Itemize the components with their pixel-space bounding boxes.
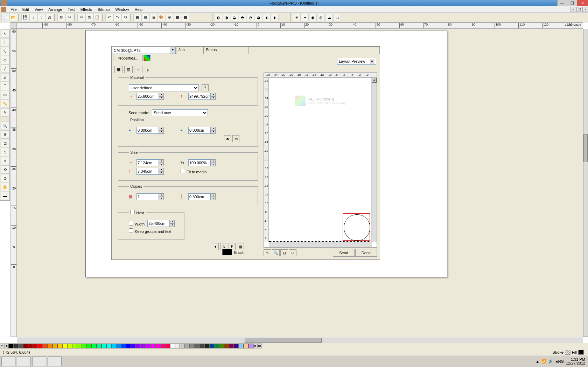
color-swatch[interactable] <box>150 344 155 348</box>
size-scale-input[interactable]: ▴▾ <box>188 159 216 166</box>
material-info-button[interactable]: ? <box>202 84 209 91</box>
taskbar-app3[interactable] <box>32 356 46 366</box>
vertical-ruler[interactable]: 605550454035302520151050 <box>10 29 17 337</box>
shape2-button[interactable]: ◒ <box>231 14 238 21</box>
color-swatch[interactable] <box>111 344 116 348</box>
ruler-origin[interactable] <box>10 22 17 29</box>
color-swatch[interactable] <box>38 344 43 348</box>
preview-canvas[interactable]: ALL PC WorldFree Apps One Click Away <box>269 78 372 242</box>
menu-arrange[interactable]: Arrange <box>46 7 65 12</box>
opt1-button[interactable]: ▾ <box>212 243 219 250</box>
nest-width-check[interactable]: Width <box>129 221 145 226</box>
rect-tool[interactable]: ▭ <box>1 91 9 99</box>
preview-vscroll[interactable]: ▴ <box>372 78 377 242</box>
print-button[interactable]: 🖨 <box>46 14 53 21</box>
color-swatch[interactable] <box>43 344 48 348</box>
done-button[interactable]: Done <box>355 249 377 257</box>
nest-keep-check[interactable]: Keep groups and text <box>129 228 172 234</box>
color-swatch[interactable] <box>204 344 209 348</box>
fx5-button[interactable]: ☁ <box>325 14 333 21</box>
arc-tool[interactable]: ⌒ <box>1 82 9 90</box>
zoom-page-tool[interactable]: ⊡ <box>1 139 9 147</box>
palette-last[interactable]: ⏭ <box>258 344 262 348</box>
opt4-button[interactable]: ▦ <box>237 243 244 250</box>
shape4-button[interactable]: ◔ <box>247 14 254 21</box>
color-swatch[interactable] <box>170 344 175 348</box>
save-button[interactable]: 💾 <box>21 14 29 21</box>
color-swatch[interactable] <box>214 344 219 348</box>
color-swatch[interactable] <box>195 344 200 348</box>
send-mode-combo[interactable]: Send now <box>152 109 208 116</box>
zoom-sel-tool[interactable]: ⊙ <box>1 148 9 156</box>
stroke-swatch[interactable] <box>565 350 570 355</box>
copies-count-input[interactable]: ▴▾ <box>136 193 164 200</box>
color-specs-button[interactable]: ▦ <box>182 14 189 21</box>
open-button[interactable]: 📂 <box>9 14 17 21</box>
color-swatch[interactable] <box>209 344 214 348</box>
shape5-button[interactable]: ◕ <box>255 14 262 21</box>
weld-button[interactable]: ◐ <box>215 14 222 21</box>
color-swatch[interactable] <box>97 344 102 348</box>
horizontal-ruler[interactable]: centimeters -90-80-70-60-50-40-30-20-100… <box>10 22 583 29</box>
color-swatch[interactable] <box>33 344 38 348</box>
color-swatch[interactable] <box>155 344 160 348</box>
color-swatch[interactable] <box>131 344 136 348</box>
preview-select-tool[interactable]: ↖ <box>264 249 271 256</box>
color-swatch[interactable] <box>141 344 146 348</box>
text-tool[interactable]: T <box>1 38 9 47</box>
redo-button[interactable]: ↷ <box>113 14 121 21</box>
eyedropper-button[interactable]: ⊙ <box>166 14 173 21</box>
menu-effects[interactable]: Effects <box>78 7 95 12</box>
design-central-button[interactable]: ▦ <box>133 14 141 21</box>
cut-plot-button[interactable]: ✂ <box>65 14 73 21</box>
preview-hscroll[interactable] <box>269 242 372 247</box>
material-width-input[interactable]: ▴▾ <box>136 93 164 100</box>
shape3-button[interactable]: ◓ <box>239 14 246 21</box>
color-swatch[interactable] <box>180 344 185 348</box>
paste-button[interactable]: 📋 <box>93 14 101 21</box>
color-swatch[interactable] <box>229 344 234 348</box>
color-swatch[interactable] <box>175 344 180 348</box>
properties-button[interactable]: Properties... <box>113 55 143 61</box>
color-swatch[interactable] <box>224 344 229 348</box>
preview-zoomsel-tool[interactable]: ⊙ <box>289 249 296 256</box>
color-mixer-button[interactable]: 🎨 <box>158 14 165 21</box>
tab-general[interactable]: ▦ <box>114 66 123 73</box>
color-swatch[interactable] <box>239 344 244 348</box>
color-swatch[interactable] <box>190 344 195 348</box>
color-swatch[interactable] <box>18 344 23 348</box>
tray-volume-icon[interactable]: 🔊 <box>548 359 553 363</box>
menu-window[interactable]: Window <box>112 7 132 12</box>
color-swatch[interactable] <box>200 344 204 348</box>
pencil-tool[interactable]: ✎ <box>1 108 9 117</box>
cut-button[interactable]: ✂ <box>77 14 85 21</box>
color-swatch[interactable] <box>82 344 87 348</box>
device-combo[interactable]: CM-300@LPT3: ▾ <box>112 47 176 54</box>
fx6-button[interactable]: ⬭ <box>333 14 341 21</box>
palette-first[interactable]: ⏮ <box>0 344 4 348</box>
nest-width-input[interactable]: ▴▾ <box>147 220 175 227</box>
color-swatch[interactable] <box>62 344 67 348</box>
color-swatch[interactable] <box>72 344 77 348</box>
color-swatch[interactable] <box>8 344 13 348</box>
taskbar-app1[interactable] <box>1 356 15 366</box>
redo-last-button[interactable]: ↻ <box>121 14 129 21</box>
position-y-input[interactable]: ▴▾ <box>188 127 216 134</box>
nest-legend[interactable]: Nest <box>129 210 146 215</box>
tab-panel[interactable]: ▥ <box>124 66 133 73</box>
color-swatch[interactable] <box>77 344 82 348</box>
shape6-button[interactable]: ◖ <box>263 14 271 21</box>
color-swatch[interactable] <box>116 344 121 348</box>
tray-flag-icon[interactable]: ▲ <box>536 359 539 363</box>
color-swatch[interactable] <box>185 344 190 348</box>
color-swatch[interactable] <box>234 344 239 348</box>
undo-button[interactable]: ↶ <box>105 14 113 21</box>
bezier-tool[interactable]: ᔐ <box>1 47 9 55</box>
menu-help[interactable]: Help <box>132 7 146 12</box>
fit-media-check[interactable]: Fit to media <box>181 169 206 174</box>
size-h-input[interactable]: ▴▾ <box>136 168 164 175</box>
import-button[interactable]: ⇩ <box>29 14 37 21</box>
layout-preview-combo[interactable]: Layout Preview▾ <box>337 58 376 65</box>
palette-prev[interactable]: ◀ <box>4 344 8 348</box>
pos-center-button[interactable]: ✖ <box>224 135 231 142</box>
